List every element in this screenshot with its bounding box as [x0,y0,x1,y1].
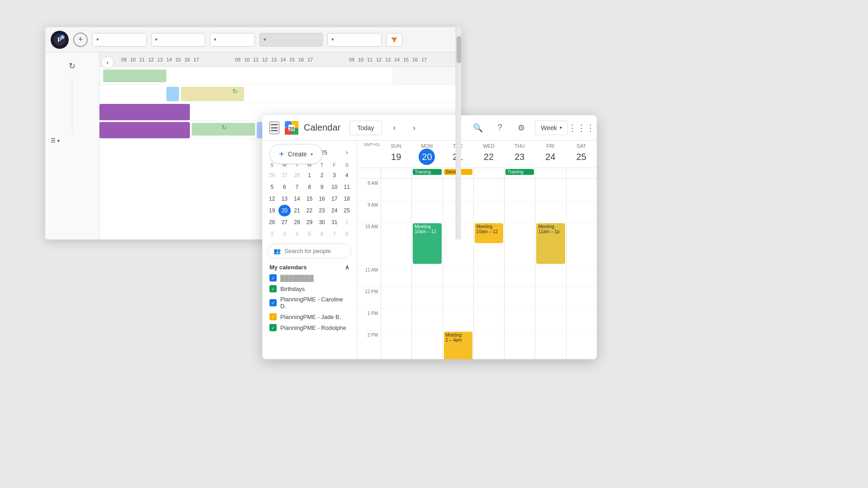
time-cell-sun-10am[interactable] [381,222,411,265]
time-cell-tue-2pm[interactable]: Meeting2 – 4pm [443,331,473,359]
dropdown-3[interactable] [210,33,255,47]
time-cell-mon-8am[interactable] [411,179,442,200]
mini-day-5[interactable]: 5 [303,228,316,240]
calendar-item-jade[interactable]: ✓ PlanningPME - Jade B. [266,311,353,322]
gcal-today-button[interactable]: Today [349,121,382,135]
mini-day-21[interactable]: 21 [291,205,303,216]
time-cell-thu-10am[interactable] [504,222,535,265]
time-cell-sat-11am[interactable] [566,266,597,287]
mini-day-3[interactable]: 3 [278,228,291,240]
time-cell-thu-11am[interactable] [504,266,535,287]
nav-back-arrow[interactable]: ‹ [101,56,114,69]
add-button[interactable]: + [73,33,88,47]
time-cell-wed-8am[interactable] [473,179,504,200]
mini-day-24[interactable]: 24 [328,205,341,216]
mini-day-1[interactable]: 1 [340,216,353,228]
gcal-logo[interactable]: 20 [285,121,298,135]
time-cell-fri-9am[interactable] [535,201,566,222]
time-cell-wed-11am[interactable] [473,266,504,287]
planning-scrollbar[interactable] [456,27,461,239]
mini-day-7[interactable]: 7 [291,181,303,193]
time-cell-fri-8am[interactable] [535,179,566,200]
all-day-event-training-thu[interactable]: Training [505,169,534,175]
time-cell-tue-12pm[interactable] [443,287,473,309]
event-meeting-wed[interactable]: Meeting10am – 12 [475,223,503,243]
time-cell-thu-2pm[interactable] [504,331,535,359]
calendar-item-caroline[interactable]: ✓ PlanningPME - Caroline D. [266,294,353,311]
mini-day-2[interactable]: 2 [266,228,278,240]
mini-day-13[interactable]: 13 [278,193,291,205]
mini-day-26[interactable]: 26 [266,216,278,228]
gcal-week-dropdown[interactable]: Week [535,121,568,135]
time-cell-fri-1pm[interactable] [535,309,566,330]
mini-day-2[interactable]: 2 [316,169,328,181]
gcal-mini-next[interactable]: › [340,146,353,159]
time-cell-sun-1pm[interactable] [381,309,411,330]
mini-day-23[interactable]: 23 [316,205,328,216]
mini-day-20[interactable]: 20 [278,205,291,216]
calendar-item-birthdays[interactable]: ✓ Birthdays [266,283,353,294]
mini-day-4[interactable]: 4 [340,169,353,181]
mini-day-27[interactable]: 27 [278,216,291,228]
time-cell-wed-12pm[interactable] [473,287,504,309]
time-cell-thu-8am[interactable] [504,179,535,200]
time-cell-fri-10am[interactable]: Meeting11am – 1p [535,222,566,265]
mini-day-10[interactable]: 10 [328,181,341,193]
time-cell-fri-11am[interactable] [535,266,566,287]
mini-day-29[interactable]: 29 [303,216,316,228]
mini-day-28[interactable]: 28 [291,169,303,181]
filter-button[interactable] [386,33,402,47]
mini-day-30[interactable]: 30 [316,216,328,228]
time-cell-tue-11am[interactable] [443,266,473,287]
mini-day-19[interactable]: 19 [266,205,278,216]
event-meeting-mon[interactable]: Meeting10am – 12 [413,223,441,264]
time-cell-thu-9am[interactable] [504,201,535,222]
mini-day-14[interactable]: 14 [291,193,303,205]
planning-scrollbar-thumb[interactable] [457,36,461,63]
mini-day-3[interactable]: 3 [328,169,341,181]
time-cell-mon-11am[interactable] [411,266,442,287]
gcal-next-button[interactable]: › [407,121,422,135]
time-cell-sat-1pm[interactable] [566,309,597,330]
event-meeting-fri[interactable]: Meeting11am – 1p [536,223,565,264]
time-cell-sat-2pm[interactable] [566,331,597,359]
time-cell-mon-12pm[interactable] [411,287,442,309]
dropdown-5[interactable] [327,33,382,47]
time-cell-sun-11am[interactable] [381,266,411,287]
gcal-my-calendars-header[interactable]: My calendars ∧ [266,262,353,272]
gcal-search-people[interactable]: 👥 Search for people [268,244,351,258]
mini-day-4[interactable]: 4 [291,228,303,240]
time-cell-wed-9am[interactable] [473,201,504,222]
mini-day-22[interactable]: 22 [303,205,316,216]
time-cell-sun-2pm[interactable] [381,331,411,359]
gcal-settings-button[interactable]: ⚙ [513,120,529,136]
mini-day-28[interactable]: 28 [291,216,303,228]
gcal-view-grid-button[interactable]: ⋮⋮⋮ [573,120,590,136]
gcal-create-button[interactable]: + Create ▾ [269,144,322,164]
mini-day-8[interactable]: 8 [340,228,353,240]
dropdown-2[interactable] [151,33,205,47]
mini-day-8[interactable]: 8 [303,181,316,193]
calendar-item-personal[interactable]: ✓ ████████ [266,272,353,283]
mini-day-17[interactable]: 17 [328,193,341,205]
time-cell-mon-9am[interactable] [411,201,442,222]
time-cell-thu-1pm[interactable] [504,309,535,330]
mini-day-16[interactable]: 16 [316,193,328,205]
mini-day-6[interactable]: 6 [316,228,328,240]
mini-day-6[interactable]: 6 [278,181,291,193]
mini-day-11[interactable]: 11 [340,181,353,193]
time-cell-mon-1pm[interactable] [411,309,442,330]
time-cell-tue-1pm[interactable] [443,309,473,330]
time-cell-mon-2pm[interactable] [411,331,442,359]
time-cell-sun-8am[interactable] [381,179,411,200]
dropdown-active[interactable] [259,33,323,47]
mini-day-27[interactable]: 27 [278,169,291,181]
purple-event-block-1[interactable] [99,104,190,120]
mini-day-26[interactable]: 26 [266,169,278,181]
time-cell-thu-12pm[interactable] [504,287,535,309]
time-cell-sun-12pm[interactable] [381,287,411,309]
gcal-menu-button[interactable]: ☰ [269,122,279,134]
mini-day-5[interactable]: 5 [266,181,278,193]
time-cell-fri-2pm[interactable] [535,331,566,359]
dropdown-1[interactable] [92,33,146,47]
